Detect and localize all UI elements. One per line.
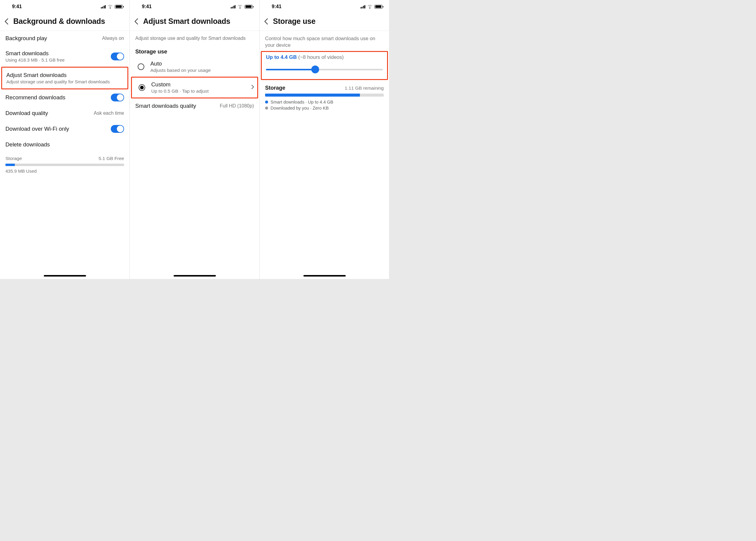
row-delete-downloads[interactable]: Delete downloads: [0, 137, 130, 152]
quality-label: Smart downloads quality: [135, 103, 196, 109]
dl-quality-label: Download quality: [5, 110, 48, 117]
smart-downloads-sub: Using 418.3 MB · 5.1 GB free: [5, 57, 65, 63]
legend-smart-downloads: Smart downloads · Up to 4.4 GB: [265, 100, 384, 105]
quality-value: Full HD (1080p): [220, 103, 254, 109]
home-indicator[interactable]: [174, 275, 216, 276]
status-icons: [231, 5, 254, 9]
highlight-custom-option: Custom Up to 0.5 GB · Tap to adjust: [131, 77, 258, 98]
recommend-label: Recommend downloads: [5, 94, 65, 101]
cellular-icon: [361, 5, 366, 8]
screen-storage-use: 9:41 Storage use Control how much space …: [260, 0, 389, 279]
section-storage-use: Storage use: [130, 45, 259, 57]
storage-bar-fill: [5, 164, 15, 166]
radio-custom[interactable]: [139, 84, 145, 91]
row-recommend-downloads[interactable]: Recommend downloads: [0, 89, 130, 106]
wifi-icon: [108, 5, 113, 9]
page-description: Control how much space smart downloads u…: [260, 31, 389, 51]
home-indicator[interactable]: [44, 275, 86, 276]
dl-quality-value: Ask each time: [94, 111, 124, 116]
battery-icon: [115, 5, 123, 9]
back-button[interactable]: [134, 18, 138, 25]
wifi-icon: [237, 5, 243, 9]
legend-smart-text: Smart downloads · Up to 4.4 GB: [271, 100, 333, 105]
slider-thumb[interactable]: [311, 66, 319, 73]
wifi-only-toggle[interactable]: [111, 125, 124, 133]
status-icons: [101, 5, 124, 9]
storage-breakdown: Storage 1.11 GB remaining Smart download…: [260, 83, 389, 111]
recommend-toggle[interactable]: [111, 94, 124, 101]
storage-legend: Smart downloads · Up to 4.4 GB Downloade…: [265, 100, 384, 111]
back-button[interactable]: [264, 18, 268, 25]
cellular-icon: [231, 5, 236, 8]
chevron-right-icon: [251, 85, 254, 91]
wifi-icon: [367, 5, 373, 9]
row-wifi-only[interactable]: Download over Wi-Fi only: [0, 121, 130, 137]
option-custom[interactable]: Custom Up to 0.5 GB · Tap to adjust: [132, 78, 257, 98]
page-header: Adjust Smart downloads: [130, 13, 259, 31]
row-background-play[interactable]: Background play Always on: [0, 31, 130, 46]
battery-icon: [375, 5, 382, 9]
auto-sub: Adjusts based on your usage: [150, 68, 254, 73]
legend-you-text: Downloaded by you · Zero KB: [271, 106, 329, 111]
slider-track-fill: [266, 69, 315, 70]
storage-limit-readout: Up to 4.4 GB (~8 hours of videos): [266, 54, 383, 60]
highlight-storage-slider: Up to 4.4 GB (~8 hours of videos): [261, 51, 388, 80]
background-play-label: Background play: [5, 35, 47, 42]
status-time: 9:41: [6, 4, 22, 9]
smart-downloads-toggle[interactable]: [111, 53, 124, 60]
storage-bar: [5, 164, 124, 166]
legend-dot-blue: [265, 101, 268, 104]
storage-section: Storage 5.1 GB Free 435.9 MB Used: [0, 152, 130, 174]
page-title: Adjust Smart downloads: [143, 17, 230, 26]
storage-limit-note: (~8 hours of videos): [298, 54, 344, 60]
page-header: Background & downloads: [0, 13, 130, 31]
background-play-value: Always on: [102, 36, 124, 41]
status-time: 9:41: [266, 4, 282, 9]
page-title: Background & downloads: [13, 17, 105, 26]
status-time: 9:41: [136, 4, 152, 9]
auto-title: Auto: [150, 60, 254, 67]
battery-icon: [245, 5, 253, 9]
storage-bar-fill: [265, 94, 360, 97]
cellular-icon: [101, 5, 106, 8]
status-bar: 9:41: [260, 0, 389, 13]
page-description: Adjust storage use and quality for Smart…: [130, 31, 259, 45]
highlight-adjust-smart-downloads: Adjust Smart downloads Adjust storage us…: [1, 67, 128, 89]
row-adjust-smart-downloads[interactable]: Adjust Smart downloads Adjust storage us…: [2, 68, 127, 89]
page-header: Storage use: [260, 13, 389, 31]
storage-limit-value: Up to 4.4 GB: [266, 54, 297, 60]
radio-auto[interactable]: [138, 63, 144, 70]
custom-sub: Up to 0.5 GB · Tap to adjust: [151, 89, 245, 94]
adjust-label: Adjust Smart downloads: [6, 72, 110, 79]
storage-label: Storage: [5, 156, 22, 161]
wifi-only-label: Download over Wi-Fi only: [5, 126, 69, 132]
status-bar: 9:41: [0, 0, 130, 13]
row-smart-downloads[interactable]: Smart downloads Using 418.3 MB · 5.1 GB …: [0, 46, 130, 67]
screen-background-downloads: 9:41 Background & downloads Background p…: [0, 0, 130, 279]
smart-downloads-label: Smart downloads: [5, 50, 65, 57]
page-title: Storage use: [273, 17, 316, 26]
storage-used: 435.9 MB Used: [5, 169, 124, 174]
back-button[interactable]: [4, 18, 8, 25]
legend-dot-grey: [265, 107, 268, 110]
storage-label: Storage: [265, 85, 285, 91]
row-download-quality[interactable]: Download quality Ask each time: [0, 106, 130, 121]
storage-bar: [265, 94, 384, 97]
storage-remaining: 1.11 GB remaining: [345, 85, 384, 91]
row-smart-downloads-quality[interactable]: Smart downloads quality Full HD (1080p): [130, 98, 259, 114]
storage-slider[interactable]: [266, 65, 383, 74]
delete-label: Delete downloads: [5, 141, 50, 148]
home-indicator[interactable]: [304, 275, 346, 276]
status-bar: 9:41: [130, 0, 259, 13]
storage-free: 5.1 GB Free: [99, 156, 124, 161]
option-auto[interactable]: Auto Adjusts based on your usage: [130, 57, 259, 77]
legend-downloaded-by-you: Downloaded by you · Zero KB: [265, 106, 384, 111]
status-icons: [361, 5, 383, 9]
adjust-sub: Adjust storage use and quality for Smart…: [6, 79, 110, 84]
custom-title: Custom: [151, 81, 245, 88]
screen-adjust-smart-downloads: 9:41 Adjust Smart downloads Adjust stora…: [130, 0, 260, 279]
